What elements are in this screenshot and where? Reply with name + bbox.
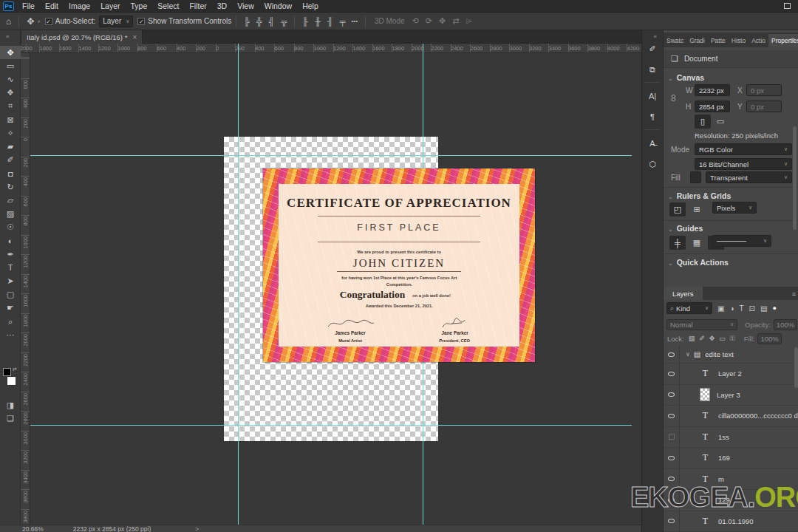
width-field[interactable]: 2232 px (695, 84, 730, 96)
close-icon[interactable]: × (132, 33, 137, 41)
lock-transparent-icon[interactable]: ▨ (689, 335, 695, 343)
more-options-icon[interactable]: ••• (352, 18, 358, 24)
tab-patte[interactable]: Patte (708, 34, 729, 47)
horizontal-guide[interactable] (30, 155, 632, 156)
bit-depth-dropdown[interactable]: 16 Bits/Channel∨ (695, 158, 792, 170)
height-field[interactable]: 2854 px (695, 100, 730, 112)
3d-rotate-icon[interactable]: ⟲ (412, 16, 419, 26)
paragraph-panel-icon[interactable]: ¶ (644, 109, 661, 125)
link-dimensions-icon[interactable]: 8 (671, 93, 676, 103)
menu-type[interactable]: Type (125, 0, 152, 13)
chevron-down-icon[interactable]: ∨ (686, 351, 690, 358)
fill-dropdown[interactable]: Transparent∨ (706, 171, 792, 183)
document-tab[interactable]: Italy id.psd @ 20.7% (RGB/16) * × (21, 30, 143, 44)
clone-stamp-tool[interactable]: ◘ (0, 167, 21, 180)
layer-visibility-toggle[interactable] (664, 346, 680, 363)
layer-row[interactable]: T1ss (664, 427, 798, 449)
layers-scrollbar[interactable] (794, 347, 798, 388)
3d-roll-icon[interactable]: ⟳ (426, 16, 432, 26)
zoom-tool[interactable]: ⌕ (0, 315, 21, 328)
filter-shape-icon[interactable]: ⊡ (749, 304, 755, 313)
lock-move-icon[interactable]: ✥ (709, 335, 715, 343)
dodge-tool[interactable]: ◐ (0, 234, 21, 248)
layer-visibility-toggle[interactable] (664, 406, 680, 426)
eraser-tool[interactable]: ▱ (0, 194, 21, 207)
menu-file[interactable]: File (17, 0, 40, 13)
panel-menu-icon[interactable]: ≡ (792, 290, 796, 298)
expand-panels-icon[interactable]: « (654, 33, 657, 40)
fill-color-checkbox[interactable] (690, 171, 701, 183)
certificate-image[interactable]: CERTIFICATE OF APPRECIATION FIRST PLACE … (263, 168, 535, 362)
pen-tool[interactable]: ✒ (0, 248, 21, 261)
distribute-center-icon[interactable]: ╫ (315, 17, 321, 26)
tab-gradi[interactable]: Gradi (686, 34, 708, 47)
menu-window[interactable]: Window (259, 0, 297, 13)
distribute-top-icon[interactable]: ╤ (340, 17, 346, 26)
distribute-vertical-icon[interactable]: ╟ (302, 17, 308, 26)
properties-document-row[interactable]: ❏ Document (664, 50, 798, 68)
layer-visibility-toggle[interactable] (664, 511, 680, 532)
move-tool[interactable]: ✥ (0, 46, 21, 59)
align-center-h-icon[interactable]: ╬ (256, 17, 262, 26)
history-brush-tool[interactable]: ↻ (0, 180, 21, 194)
tab-swatc[interactable]: Swatc (664, 34, 686, 47)
menu-select[interactable]: Select (152, 0, 184, 13)
fill-field[interactable]: 100% (757, 333, 781, 344)
tab-layers[interactable]: Layers (664, 287, 703, 300)
foreground-color-swatch[interactable] (3, 368, 11, 376)
guides-icon[interactable]: ╪ (669, 236, 686, 250)
filter-toggle-icon[interactable]: ● (772, 304, 776, 312)
filter-smart-icon[interactable]: ▤ (760, 304, 767, 313)
status-chevron-icon[interactable]: > (195, 525, 199, 532)
menu-filter[interactable]: Filter (184, 0, 211, 13)
layer-visibility-toggle[interactable] (664, 364, 680, 384)
horizontal-guide[interactable] (30, 425, 632, 426)
opacity-field[interactable]: 100% (774, 319, 797, 330)
zoom-level[interactable]: 20.66% (22, 525, 44, 532)
move-tool-icon[interactable]: ✥ (24, 16, 37, 27)
lock-artboard-icon[interactable]: ▭ (719, 335, 726, 343)
blend-mode-dropdown[interactable]: Normal∨ (666, 319, 737, 330)
toolbar-more-icon[interactable]: ⋯ (0, 328, 21, 341)
3d-slide-icon[interactable]: ⇄ (452, 16, 459, 26)
layer-row[interactable]: Layer 3 (664, 385, 798, 406)
character-panel-icon[interactable]: A| (644, 88, 661, 104)
glyphs-panel-icon[interactable]: A̶ (644, 135, 661, 151)
brush-tool[interactable]: ✐ (0, 154, 21, 167)
crop-tool[interactable]: ⌗ (0, 100, 21, 113)
layer-filter-dropdown[interactable]: ⌕ Kind ∨ (666, 302, 712, 314)
grid-icon[interactable]: ⊞ (689, 202, 705, 216)
lasso-tool[interactable]: ∿ (0, 72, 21, 86)
guide-style-dropdown[interactable]: ∨ (712, 235, 771, 247)
color-mode-dropdown[interactable]: RGB Color∨ (695, 143, 792, 155)
filter-adjustment-icon[interactable]: ◑ (729, 304, 734, 313)
layer-visibility-toggle[interactable] (664, 448, 680, 468)
libraries-panel-icon[interactable]: ⬡ (644, 156, 661, 172)
home-icon[interactable]: ⌂ (3, 16, 14, 27)
blur-tool[interactable]: ☉ (0, 221, 21, 234)
menu-view[interactable]: View (232, 0, 259, 13)
auto-select-dropdown[interactable]: Layer ∨ (99, 16, 133, 27)
quick-mask-button[interactable]: ◨ (0, 398, 21, 412)
layer-visibility-toggle[interactable] (664, 385, 680, 406)
tab-actio[interactable]: Actio (748, 34, 768, 47)
shape-tool[interactable]: ▢ (0, 288, 21, 301)
gradient-tool[interactable]: ▨ (0, 207, 21, 220)
chevron-down-icon[interactable]: ∨ (37, 18, 40, 24)
layer-name[interactable]: edite text (705, 350, 734, 358)
type-tool[interactable]: T (0, 261, 21, 274)
filter-type-icon[interactable]: T (740, 304, 744, 313)
menu-image[interactable]: Image (64, 0, 95, 13)
layer-name[interactable]: 1ss (718, 433, 729, 441)
layer-name[interactable]: 169 (718, 454, 730, 462)
layer-name[interactable]: Layer 2 (718, 369, 742, 378)
align-left-icon[interactable]: ╠ (244, 17, 250, 26)
3d-camera-icon[interactable]: ⌲ (466, 16, 472, 26)
align-top-icon[interactable]: ╦ (282, 17, 287, 26)
healing-brush-tool[interactable]: ▰ (0, 140, 21, 153)
eyedropper-tool[interactable]: ✧ (0, 126, 21, 140)
path-select-tool[interactable]: ➤ (0, 274, 21, 287)
layer-name[interactable]: cilla0000000...ccccccc0 d (718, 412, 798, 420)
align-right-icon[interactable]: ╣ (269, 17, 275, 26)
orientation-portrait-button[interactable]: ▯ (695, 115, 711, 129)
